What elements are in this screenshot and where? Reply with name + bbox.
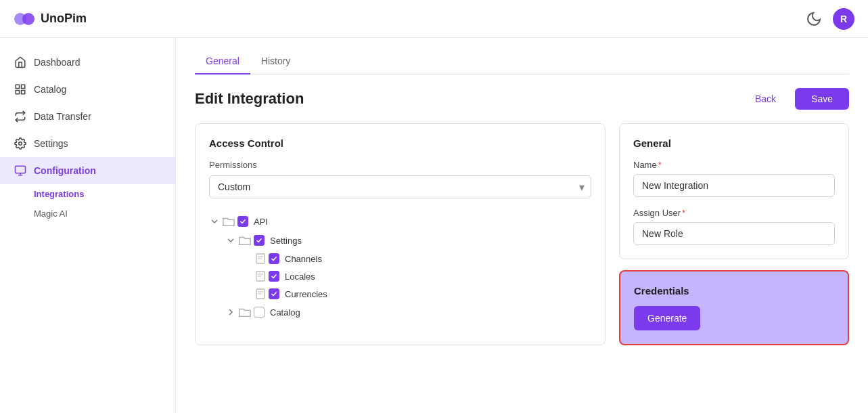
home-icon	[14, 56, 27, 69]
sidebar-sub-item-magic-ai[interactable]: Magic AI	[34, 204, 175, 223]
tree-label-catalog: Catalog	[270, 307, 300, 318]
assign-user-label: Assign User *	[633, 208, 835, 218]
left-panel: Access Control Permissions Custom Full A…	[195, 123, 606, 345]
save-button[interactable]: Save	[795, 88, 849, 110]
sidebar-item-dashboard[interactable]: Dashboard	[0, 49, 175, 76]
checkbox-currencies[interactable]	[269, 288, 279, 299]
tree-row-currencies: Currencies	[209, 285, 591, 303]
sidebar: Dashboard Catalog Data Transfer Settings…	[0, 38, 176, 413]
avatar[interactable]: R	[833, 8, 854, 30]
tree-row-locales: Locales	[209, 267, 591, 285]
name-field-group: Name *	[633, 160, 835, 197]
config-icon	[14, 164, 27, 177]
permissions-label: Permissions	[209, 160, 591, 170]
dark-mode-icon[interactable]	[806, 11, 822, 27]
folder-catalog-icon	[239, 306, 251, 318]
logo-text: UnoPim	[41, 12, 87, 26]
assign-user-input[interactable]	[633, 222, 835, 245]
sidebar-label-catalog: Catalog	[34, 84, 66, 95]
right-panel: General Name * Assign User *	[619, 123, 849, 345]
header: UnoPim R	[0, 0, 868, 38]
tab-general[interactable]: General	[195, 49, 250, 74]
permissions-select[interactable]: Custom Full Access Read Only	[209, 175, 591, 198]
tree-row-settings: Settings	[209, 231, 591, 250]
tree-label-channels: Channels	[285, 254, 322, 264]
content-inner: General History Edit Integration Back Sa…	[176, 38, 868, 413]
page-title: Edit Integration	[195, 90, 304, 108]
general-section-title: General	[633, 137, 835, 149]
tabs: General History	[195, 38, 849, 74]
sidebar-sub: Integrations Magic AI	[0, 184, 175, 223]
header-right: R	[806, 8, 854, 30]
sidebar-label-data-transfer: Data Transfer	[34, 111, 91, 122]
assign-user-field-group: Assign User *	[633, 208, 835, 245]
settings-icon	[14, 137, 27, 150]
title-actions: Back Save	[744, 88, 849, 110]
sidebar-item-configuration[interactable]: Configuration	[0, 157, 175, 184]
sidebar-sub-item-integrations[interactable]: Integrations	[34, 184, 175, 204]
svg-rect-7	[16, 166, 26, 173]
svg-point-6	[19, 142, 22, 146]
chevron-settings-icon[interactable]	[225, 235, 236, 246]
page-title-row: Edit Integration Back Save	[195, 88, 849, 110]
tree-row-api: API	[209, 212, 591, 231]
file-currencies-icon	[255, 288, 266, 299]
sidebar-item-catalog[interactable]: Catalog	[0, 76, 175, 103]
back-button[interactable]: Back	[744, 88, 787, 110]
permissions-tree: API S	[209, 212, 591, 322]
sidebar-label-settings: Settings	[34, 138, 68, 149]
file-channels-icon	[255, 253, 266, 264]
svg-rect-2	[16, 85, 19, 88]
generate-button[interactable]: Generate	[634, 306, 700, 330]
access-control-title: Access Control	[209, 137, 591, 149]
checkbox-api[interactable]	[237, 216, 248, 227]
transfer-icon	[14, 110, 27, 123]
sidebar-item-data-transfer[interactable]: Data Transfer	[0, 103, 175, 130]
folder-settings-icon	[239, 234, 251, 246]
credentials-section: Credentials Generate	[619, 270, 849, 345]
file-locales-icon	[255, 271, 266, 282]
svg-rect-5	[22, 91, 25, 94]
permissions-select-wrap: Custom Full Access Read Only ▾	[209, 175, 591, 198]
logo-icon	[14, 8, 35, 30]
catalog-icon	[14, 83, 27, 96]
checkbox-catalog[interactable]	[254, 307, 265, 318]
tree-label-api: API	[254, 217, 268, 227]
tree-row-catalog: Catalog	[209, 303, 591, 322]
credentials-title: Credentials	[634, 285, 834, 297]
svg-rect-3	[22, 85, 25, 88]
main-layout: Dashboard Catalog Data Transfer Settings…	[0, 38, 868, 413]
tree-label-currencies: Currencies	[285, 289, 327, 299]
sidebar-sub-label-integrations: Integrations	[34, 189, 84, 199]
chevron-catalog-icon[interactable]	[225, 307, 236, 318]
content: General History Edit Integration Back Sa…	[176, 38, 868, 413]
svg-point-1	[22, 13, 35, 25]
checkbox-locales[interactable]	[269, 271, 279, 282]
name-required: *	[658, 160, 662, 170]
name-label: Name *	[633, 160, 835, 170]
checkbox-settings[interactable]	[254, 235, 265, 246]
tree-row-channels: Channels	[209, 250, 591, 267]
tree-label-settings: Settings	[270, 236, 302, 246]
tab-history[interactable]: History	[250, 49, 302, 74]
sidebar-label-configuration: Configuration	[34, 165, 96, 176]
general-section: General Name * Assign User *	[619, 123, 849, 259]
tree-label-locales: Locales	[285, 271, 315, 282]
two-col: Access Control Permissions Custom Full A…	[195, 123, 849, 345]
sidebar-item-settings[interactable]: Settings	[0, 130, 175, 157]
name-input[interactable]	[633, 174, 835, 197]
assign-user-required: *	[682, 208, 685, 218]
sidebar-label-dashboard: Dashboard	[34, 57, 81, 68]
sidebar-sub-label-magic-ai: Magic AI	[34, 209, 68, 219]
svg-rect-4	[16, 91, 19, 94]
folder-api-icon	[223, 215, 235, 227]
chevron-api-icon[interactable]	[209, 216, 220, 227]
logo: UnoPim	[14, 8, 87, 30]
checkbox-channels[interactable]	[269, 253, 279, 264]
